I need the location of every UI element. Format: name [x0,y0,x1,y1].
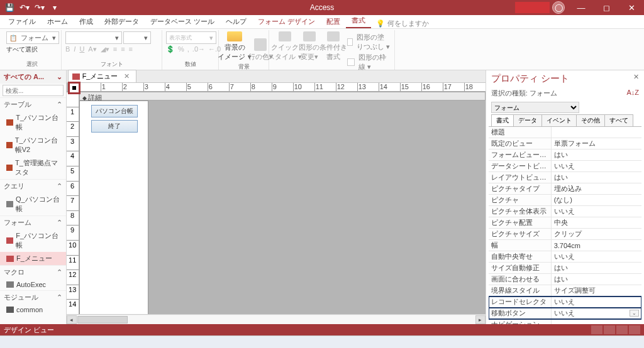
save-icon[interactable]: 💾 [3,1,16,14]
document-tab[interactable]: F_メニュー ✕ [68,70,137,82]
view-datasheet-icon[interactable] [604,325,615,334]
font-family-combo[interactable]: ▾ [65,31,122,44]
chevron-down-icon[interactable]: ⌄ [57,73,62,81]
property-row[interactable]: ピクチャ全体表示いいえ [489,206,641,217]
property-row[interactable]: データシートビューの許可いいえ [489,161,641,172]
nav-item-query[interactable]: Q_パソコン台帳 [0,193,66,215]
property-value[interactable]: いいえ [552,296,641,307]
property-row[interactable]: 画面に合わせるはい [489,274,641,285]
tab-external-data[interactable]: 外部データ [99,15,145,28]
scroll-right-icon[interactable]: ▸ [475,315,486,324]
property-value[interactable] [552,127,641,138]
maximize-button[interactable]: ◻ [594,0,619,15]
tab-home[interactable]: ホーム [42,15,74,28]
currency-icon[interactable]: 💲 [166,45,175,53]
property-value[interactable]: いいえ [552,161,641,171]
font-size-combo[interactable]: ▾ [123,31,151,44]
increase-decimal-icon[interactable]: .0→ [192,45,205,53]
close-tab-icon[interactable]: ✕ [124,72,130,80]
nav-group-forms[interactable]: フォーム⌃ [0,215,66,229]
property-row[interactable]: レイアウトビューの許可はい [489,172,641,183]
sort-az-icon[interactable]: A↓Z [626,89,639,98]
scroll-thumb[interactable] [77,316,128,324]
prop-tab-data[interactable]: データ [513,114,542,126]
view-layout-icon[interactable] [616,325,628,334]
property-row[interactable]: ピクチャサイズクリップ [489,229,641,240]
nav-search-input[interactable] [3,85,64,96]
scroll-left-icon[interactable]: ◂ [67,315,77,324]
redo-icon[interactable]: ↷▾ [33,1,47,14]
tellme-search[interactable]: 💡 何をしますか [376,19,429,28]
selection-combo[interactable]: 📋 フォーム ▾ [6,31,59,44]
close-button[interactable]: ✕ [619,0,644,15]
italic-icon[interactable]: I [74,45,75,53]
property-value[interactable]: 埋め込み [552,183,641,194]
property-value[interactable]: いいえ [552,206,641,217]
tab-help[interactable]: ヘルプ [220,15,252,28]
nav-group-modules[interactable]: モジュール⌃ [0,290,66,304]
change-shape-button[interactable]: 図形の 変更▾ [299,31,319,62]
prop-tab-all[interactable]: すべて [604,114,633,126]
nav-item-form[interactable]: F_パソコン台帳 [0,229,66,252]
tab-database-tools[interactable]: データベース ツール [145,15,220,28]
fill-color-icon[interactable]: ◢▾ [101,45,109,53]
form-button-ledger[interactable]: パソコン台帳 [91,105,138,117]
quick-styles-button[interactable]: クイック スタイル ▾ [273,31,297,62]
prop-tab-event[interactable]: イベント [541,114,577,126]
tab-file[interactable]: ファイル [3,15,42,28]
nav-group-macros[interactable]: マクロ⌃ [0,265,66,279]
comma-icon[interactable]: , [187,45,189,53]
tab-arrange[interactable]: 配置 [321,15,346,28]
property-row[interactable]: 既定のビュー単票フォーム [489,138,641,150]
property-value[interactable]: 3.704cm [552,240,641,251]
shape-fill-button[interactable]: 図形の塗りつぶし ▾ [347,32,391,52]
property-value[interactable] [552,319,641,324]
property-row[interactable]: フォームビューの許可はい [489,150,641,161]
object-selector-combo[interactable]: フォーム [491,102,579,113]
percent-icon[interactable]: % [178,45,184,53]
property-row[interactable]: 境界線スタイルサイズ調整可 [489,285,641,296]
property-row[interactable]: 幅3.704cm [489,240,641,251]
property-row[interactable]: ナビゲーション タイトル [489,319,641,324]
property-row[interactable]: 移動ボタンいいえ⌄ [489,308,641,319]
underline-icon[interactable]: U [79,45,84,53]
property-row[interactable]: 自動中央寄せいいえ [489,251,641,263]
property-row[interactable]: 標題 [489,127,641,138]
property-row[interactable]: ピクチャタイプ埋め込み [489,183,641,195]
property-value[interactable]: (なし) [552,195,641,205]
property-row[interactable]: サイズ自動修正はい [489,263,641,274]
conditional-formatting-button[interactable]: 条件付き 書式 [321,31,345,62]
align-left-icon[interactable]: ≡ [113,45,117,53]
property-value[interactable]: はい [552,150,641,160]
horizontal-scrollbar[interactable]: ◂ ▸ [67,314,486,324]
view-design-icon[interactable] [629,325,640,334]
select-all-button[interactable]: すべて選択 [6,45,38,54]
property-value[interactable]: はい [552,172,641,183]
property-row[interactable]: ピクチャ配置中央 [489,217,641,229]
prop-tab-format[interactable]: 書式 [491,114,514,126]
section-header-detail[interactable]: ◆ 詳細 [79,92,486,101]
font-color-icon[interactable]: A▾ [88,45,96,53]
form-button-exit[interactable]: 終了 [91,120,138,133]
nav-group-queries[interactable]: クエリ⌃ [0,179,66,193]
form-design-surface[interactable]: ◆ 詳細 パソコン台帳 終了 [79,92,486,314]
tab-create[interactable]: 作成 [74,15,99,28]
nav-group-tables[interactable]: テーブル⌃ [0,97,66,111]
view-form-icon[interactable] [591,325,602,334]
bold-icon[interactable]: B [65,45,70,53]
property-row[interactable]: ピクチャ(なし) [489,195,641,206]
nav-item-table[interactable]: T_パソコン台帳V2 [0,134,66,156]
property-value[interactable]: いいえ [552,251,641,262]
nav-item-macro[interactable]: AutoExec [0,279,66,290]
tab-format[interactable]: 書式 [346,14,371,28]
dropdown-icon[interactable]: ⌄ [630,310,639,317]
property-value[interactable]: 単票フォーム [552,138,641,149]
property-value[interactable]: はい [552,274,641,285]
close-panel-icon[interactable]: ✕ [633,73,639,85]
nav-item-table[interactable]: T_パソコン台帳 [0,111,66,134]
form-selector[interactable] [68,82,80,94]
undo-icon[interactable]: ↶▾ [18,1,31,14]
align-center-icon[interactable]: ≡ [121,45,125,53]
user-account-box[interactable] [515,2,550,13]
nav-header[interactable]: すべての A...⌄ [0,70,66,84]
